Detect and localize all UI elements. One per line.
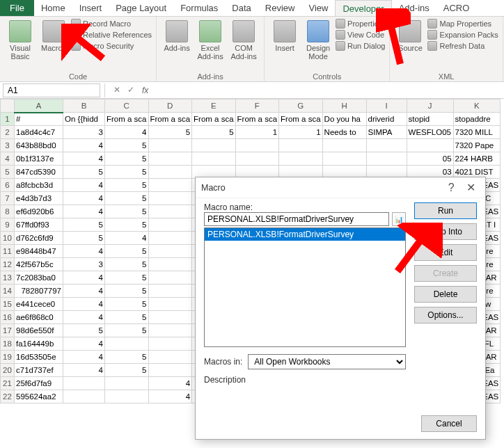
cell[interactable]: 5: [105, 245, 149, 258]
cell[interactable]: 4: [63, 311, 105, 324]
cell[interactable]: 5: [148, 126, 192, 139]
macro-list-item[interactable]: PERSONAL.XLSB!FormatDriverSurvey: [205, 228, 405, 241]
cell[interactable]: [63, 377, 105, 390]
cell[interactable]: [279, 139, 323, 152]
fx-icon[interactable]: fx: [138, 86, 152, 95]
cell[interactable]: [192, 139, 236, 152]
cell[interactable]: 5: [192, 126, 236, 139]
cell[interactable]: From a sca: [148, 113, 192, 126]
excel-addins-button[interactable]: Excel Add-ins: [194, 19, 226, 72]
cell[interactable]: 5: [105, 311, 149, 324]
cell[interactable]: 4: [63, 152, 105, 166]
map-properties-button[interactable]: Map Properties: [427, 19, 498, 29]
tab-add-ins[interactable]: Add-ins: [392, 0, 436, 16]
col-header[interactable]: G: [279, 99, 323, 113]
cell[interactable]: On {{hidd: [63, 113, 105, 126]
cell[interactable]: 4: [63, 285, 105, 298]
cell[interactable]: 4: [63, 179, 105, 192]
cell[interactable]: 5: [105, 139, 149, 152]
cell[interactable]: 4: [63, 271, 105, 285]
cell[interactable]: From a sca: [192, 113, 236, 126]
refresh-data-button[interactable]: Refresh Data: [427, 41, 498, 51]
row-header[interactable]: 12: [1, 258, 15, 271]
addins-button[interactable]: Add-ins: [161, 19, 193, 72]
cell[interactable]: From a sca: [279, 113, 323, 126]
cell[interactable]: 7320 MILL: [453, 126, 501, 139]
row-header[interactable]: 21: [1, 377, 15, 390]
cell[interactable]: [105, 337, 149, 351]
row-header[interactable]: 2: [1, 126, 15, 139]
col-header[interactable]: E: [192, 99, 236, 113]
cell[interactable]: [105, 377, 149, 390]
col-header[interactable]: C: [105, 99, 149, 113]
cell[interactable]: 5: [105, 152, 149, 166]
cell[interactable]: 782807797: [15, 285, 63, 298]
col-header[interactable]: K: [453, 99, 501, 113]
cell[interactable]: [148, 298, 192, 311]
cell[interactable]: 5: [105, 285, 149, 298]
fbar-enter-icon[interactable]: ✓: [124, 85, 138, 95]
row-header[interactable]: 20: [1, 364, 15, 377]
cell[interactable]: 4: [148, 390, 192, 403]
row-header[interactable]: 16: [1, 311, 15, 324]
cell[interactable]: 4: [63, 245, 105, 258]
cell[interactable]: 4: [148, 377, 192, 390]
row-header[interactable]: 10: [1, 232, 15, 245]
tab-data[interactable]: Data: [225, 0, 258, 16]
col-header[interactable]: B: [63, 99, 105, 113]
row-header[interactable]: 4: [1, 152, 15, 166]
cell[interactable]: 4: [63, 337, 105, 351]
help-icon[interactable]: ?: [443, 182, 460, 193]
cell[interactable]: [148, 311, 192, 324]
cell[interactable]: 5: [63, 324, 105, 337]
cell[interactable]: 7c2083ba0: [15, 271, 63, 285]
col-header[interactable]: D: [148, 99, 192, 113]
cell[interactable]: 5: [105, 218, 149, 232]
close-icon[interactable]: ✕: [462, 182, 480, 193]
col-header[interactable]: A: [15, 99, 63, 113]
name-box[interactable]: [3, 83, 100, 97]
macro-list[interactable]: PERSONAL.XLSB!FormatDriverSurvey: [204, 227, 406, 347]
cell[interactable]: 4: [105, 126, 149, 139]
tab-insert[interactable]: Insert: [72, 0, 109, 16]
cell[interactable]: WESFLO05: [407, 126, 453, 139]
edit-button[interactable]: Edit: [414, 244, 477, 261]
cell[interactable]: a8fcbcb3d: [15, 179, 63, 192]
cell[interactable]: 5: [63, 232, 105, 245]
cell[interactable]: 4: [63, 139, 105, 152]
tab-review[interactable]: Review: [258, 0, 302, 16]
cell[interactable]: 5: [105, 364, 149, 377]
row-header[interactable]: 17: [1, 324, 15, 337]
cell[interactable]: 98d6e550f: [15, 324, 63, 337]
cell[interactable]: 4: [63, 351, 105, 364]
cell[interactable]: 7320 Pape: [453, 139, 501, 152]
cell[interactable]: [148, 351, 192, 364]
cell[interactable]: Needs to: [322, 126, 366, 139]
row-header[interactable]: 11: [1, 245, 15, 258]
cell[interactable]: 5: [105, 351, 149, 364]
cell[interactable]: [148, 364, 192, 377]
fbar-cancel-icon[interactable]: ✕: [110, 85, 124, 95]
cell[interactable]: [148, 337, 192, 351]
cancel-button[interactable]: Cancel: [421, 415, 477, 432]
insert-button[interactable]: Insert: [269, 19, 301, 72]
cell[interactable]: 5: [105, 166, 149, 179]
cell[interactable]: [407, 139, 453, 152]
row-header[interactable]: 18: [1, 337, 15, 351]
cell[interactable]: 4: [63, 205, 105, 218]
step-into-button[interactable]: Step Into: [414, 223, 477, 240]
design-mode-button[interactable]: Design Mode: [302, 19, 334, 72]
cell[interactable]: 67ffd0f93: [15, 218, 63, 232]
row-header[interactable]: 13: [1, 271, 15, 285]
cell[interactable]: 05: [407, 152, 453, 166]
tab-acro[interactable]: ACRO: [436, 0, 477, 16]
cell[interactable]: fa164449b: [15, 337, 63, 351]
cell[interactable]: 595624aa2: [15, 390, 63, 403]
col-header[interactable]: H: [322, 99, 366, 113]
cell[interactable]: [148, 271, 192, 285]
cell[interactable]: 42f567b5c: [15, 258, 63, 271]
cell[interactable]: e441cece0: [15, 298, 63, 311]
cell[interactable]: 1a8d4c4c7: [15, 126, 63, 139]
cell[interactable]: 4: [63, 192, 105, 205]
cell[interactable]: From a sca: [235, 113, 279, 126]
